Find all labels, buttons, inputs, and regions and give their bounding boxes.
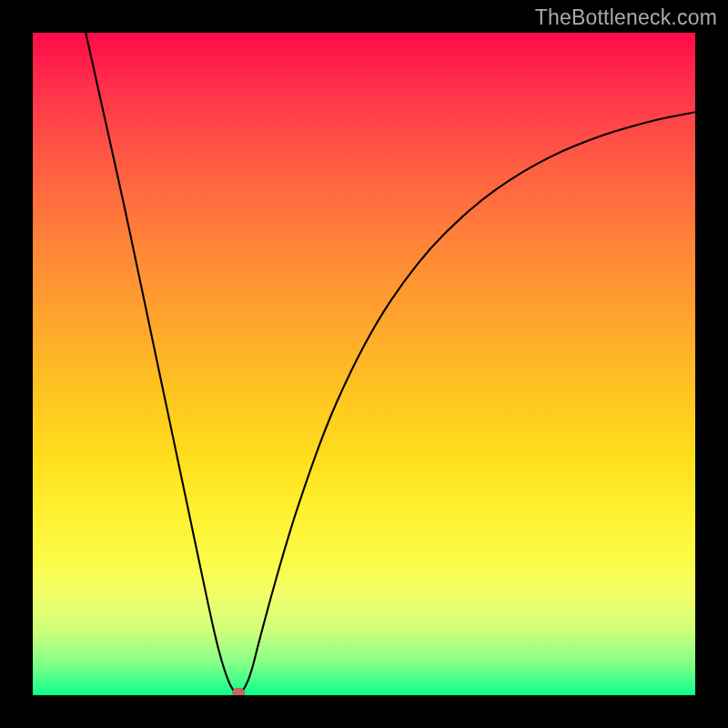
bottleneck-curve: [86, 33, 695, 693]
watermark-text: TheBottleneck.com: [535, 5, 717, 30]
chart-frame: TheBottleneck.com: [0, 0, 728, 728]
minimum-marker: [232, 688, 245, 695]
plot-area: [33, 33, 695, 695]
curve-layer: [33, 33, 695, 695]
